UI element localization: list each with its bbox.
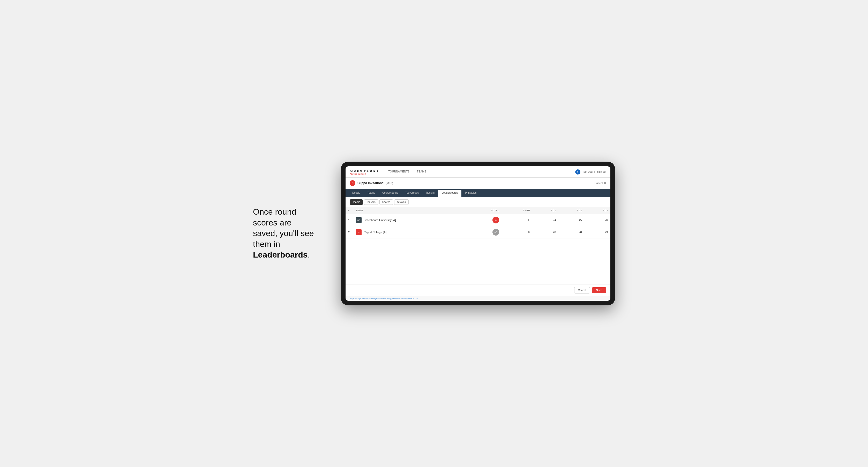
cell-total-0: -5 [468, 214, 502, 226]
nav-teams[interactable]: TEAMS [413, 166, 430, 177]
tab-course-setup[interactable]: Course Setup [379, 189, 402, 197]
cell-rank-0: 1 [345, 214, 353, 226]
table-row: 1 SB Scoreboard University [A] -5 F -4 +… [345, 214, 610, 226]
url-bar: https://stage-blue-coach.stagescoreboard… [345, 296, 610, 301]
user-name: Test User | [583, 170, 595, 173]
logo-title: SCOREBOARD [350, 169, 378, 173]
score-badge-0: -5 [492, 217, 499, 223]
col-thru: THRU [502, 207, 532, 214]
tournament-name: Clippd Invitational [358, 181, 384, 185]
nav-tournaments[interactable]: TOURNAMENTS [384, 166, 413, 177]
cell-total-1: +3 [468, 226, 502, 239]
cancel-tournament-btn[interactable]: Cancel ✕ [595, 181, 606, 185]
content-area: Teams Players Scores Strokes # TEAM TOTA… [345, 197, 610, 301]
desc-line1: Once round [253, 207, 296, 216]
table-area: # TEAM TOTAL THRU RD1 RD2 RD3 1 [345, 207, 610, 284]
page-wrapper: Once round scores are saved, you'll see … [253, 162, 615, 305]
cell-rd3-0: -6 [585, 214, 610, 226]
tablet-screen: SCOREBOARD Powered by clippd TOURNAMENTS… [345, 166, 610, 301]
col-total: TOTAL [468, 207, 502, 214]
team-logo-0: SB [356, 217, 362, 223]
col-team: TEAM [353, 207, 468, 214]
cell-rd1-1: +8 [532, 226, 558, 239]
sub-tab-scores[interactable]: Scores [379, 199, 393, 205]
table-header-row: # TEAM TOTAL THRU RD1 RD2 RD3 [345, 207, 610, 214]
footer-cancel-button[interactable]: Cancel [574, 287, 590, 293]
tab-printables[interactable]: Printables [461, 189, 480, 197]
cell-team-1: C Clippd College [A] [353, 226, 468, 239]
brand-name: clippd [360, 173, 366, 175]
tab-tee-groups[interactable]: Tee Groups [402, 189, 422, 197]
col-rd1: RD1 [532, 207, 558, 214]
tournament-header: C Clippd Invitational (Men) Cancel ✕ [345, 178, 610, 189]
cell-rd1-0: -4 [532, 214, 558, 226]
cell-thru-1: F [502, 226, 532, 239]
logo-powered: Powered by clippd [350, 173, 378, 175]
tab-details[interactable]: Details [349, 189, 364, 197]
cell-rank-1: 2 [345, 226, 353, 239]
tab-nav: Details Teams Course Setup Tee Groups Re… [345, 189, 610, 197]
desc-line3: saved, you'll see [253, 228, 314, 238]
team-name-0: Scoreboard University [A] [364, 218, 396, 222]
team-name-1: Clippd College [A] [364, 231, 386, 234]
tab-teams[interactable]: Teams [364, 189, 379, 197]
team-logo-1: C [356, 229, 362, 235]
sign-out-link[interactable]: Sign out [597, 170, 606, 173]
close-icon: ✕ [604, 181, 606, 185]
footer-save-button[interactable]: Save [592, 287, 606, 293]
tab-leaderboards[interactable]: Leaderboards [438, 190, 461, 197]
nav-links: TOURNAMENTS TEAMS [384, 166, 430, 177]
col-rd2: RD2 [559, 207, 585, 214]
cell-rd3-1: +3 [585, 226, 610, 239]
cell-thru-0: F [502, 214, 532, 226]
tournament-icon: C [350, 180, 355, 186]
cell-rd2-0: +5 [559, 214, 585, 226]
sub-tab-bar: Teams Players Scores Strokes [345, 197, 610, 207]
tablet-device: SCOREBOARD Powered by clippd TOURNAMENTS… [341, 162, 615, 305]
top-nav: SCOREBOARD Powered by clippd TOURNAMENTS… [345, 166, 610, 178]
leaderboard-table: # TEAM TOTAL THRU RD1 RD2 RD3 1 [345, 207, 610, 239]
desc-line4: them in [253, 240, 280, 249]
col-rd3: RD3 [585, 207, 610, 214]
sub-tab-teams[interactable]: Teams [350, 199, 363, 205]
cell-team-0: SB Scoreboard University [A] [353, 214, 468, 226]
cancel-label: Cancel [595, 182, 602, 185]
tab-results[interactable]: Results [422, 189, 438, 197]
tournament-gender: (Men) [385, 182, 393, 185]
footer-bar: Cancel Save [345, 284, 610, 296]
desc-line5-bold: Leaderboards [253, 250, 308, 259]
desc-line5-suffix: . [308, 250, 310, 259]
left-description: Once round scores are saved, you'll see … [253, 207, 326, 260]
score-badge-1: +3 [492, 229, 499, 236]
desc-line2: scores are [253, 218, 291, 227]
user-avatar: S [575, 169, 580, 175]
sub-tab-strokes[interactable]: Strokes [394, 199, 409, 205]
cell-rd2-1: -8 [559, 226, 585, 239]
sub-tab-players[interactable]: Players [364, 199, 378, 205]
logo-area: SCOREBOARD Powered by clippd [350, 169, 378, 175]
col-rank: # [345, 207, 353, 214]
table-row: 2 C Clippd College [A] +3 F +8 -8 +3 [345, 226, 610, 239]
nav-right: S Test User | Sign out [575, 169, 606, 175]
